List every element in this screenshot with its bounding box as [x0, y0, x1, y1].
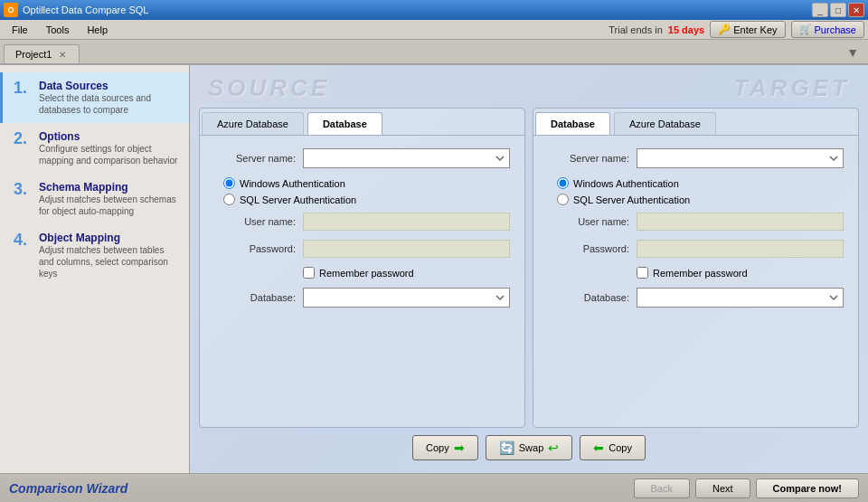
project-tab[interactable]: Project1 ✕ — [4, 44, 80, 63]
swap-icon-2: ↩ — [548, 440, 559, 455]
sidebar-item-data-sources[interactable]: 1. Data Sources Select the data sources … — [0, 72, 189, 123]
target-username-input[interactable] — [637, 213, 844, 231]
target-database-label: Database: — [548, 292, 629, 303]
target-password-row: Password: — [548, 240, 844, 258]
target-label: TARGET — [733, 74, 850, 102]
db-labels: SOURCE TARGET — [199, 74, 859, 102]
swap-icon: 🔄 — [499, 440, 514, 455]
source-sql-auth-row: SQL Server Authentication — [223, 194, 510, 205]
trial-days: 15 days — [668, 24, 704, 35]
target-panel-tabs: Database Azure Database — [533, 109, 858, 136]
tab-bar: Project1 ✕ ▼ — [0, 40, 868, 65]
step-title-4: Object Mapping — [39, 232, 178, 244]
step-title-2: Options — [39, 130, 178, 143]
close-button[interactable]: ✕ — [848, 3, 864, 17]
bottom-bar: Comparison Wizard Back Next Compare now! — [0, 473, 868, 502]
copy-left-label: Copy — [609, 442, 632, 453]
source-sql-auth-label[interactable]: SQL Server Authentication — [240, 194, 356, 205]
sidebar-item-schema-mapping[interactable]: 3. Schema Mapping Adjust matches between… — [0, 174, 189, 224]
source-username-label: User name: — [214, 216, 296, 227]
menu-bar: File Tools Help Trial ends in 15 days 🔑 … — [0, 20, 868, 40]
title-bar: O Optillect Data Compare SQL _ □ ✕ — [0, 0, 868, 20]
sidebar: 1. Data Sources Select the data sources … — [0, 65, 190, 473]
menu-help[interactable]: Help — [79, 22, 116, 38]
source-panel-content: Server name: Windows Authentication SQL — [200, 136, 524, 329]
sidebar-item-object-mapping[interactable]: 4. Object Mapping Adjust matches between… — [0, 224, 189, 287]
main-container: 1. Data Sources Select the data sources … — [0, 65, 868, 473]
target-windows-auth-radio[interactable] — [557, 177, 569, 189]
target-password-input[interactable] — [637, 240, 844, 258]
target-tab-azure[interactable]: Azure Database — [614, 112, 716, 135]
trial-text: Trial ends in — [609, 24, 663, 35]
step-title-3: Schema Mapping — [39, 181, 178, 194]
source-windows-auth-label[interactable]: Windows Authentication — [240, 178, 345, 189]
source-remember-checkbox[interactable] — [303, 267, 315, 279]
source-server-label: Server name: — [214, 153, 296, 164]
source-sql-auth-radio[interactable] — [223, 194, 235, 205]
target-sql-auth-label[interactable]: SQL Server Authentication — [573, 194, 690, 205]
menu-file[interactable]: File — [4, 22, 36, 38]
source-server-select[interactable] — [303, 148, 510, 168]
app-title: Optillect Data Compare SQL — [23, 5, 812, 15]
target-server-select[interactable] — [637, 148, 844, 168]
step-number-2: 2. — [14, 130, 32, 147]
minimize-button[interactable]: _ — [812, 3, 828, 17]
maximize-button[interactable]: □ — [830, 3, 846, 17]
menu-items: File Tools Help — [4, 22, 116, 38]
swap-label: Swap — [519, 442, 544, 453]
tab-dropdown[interactable]: ▼ — [843, 42, 863, 63]
step-number-1: 1. — [14, 80, 32, 96]
source-username-input[interactable] — [303, 213, 510, 231]
arrow-right-icon: ➡ — [454, 440, 465, 455]
target-server-row: Server name: — [548, 148, 844, 168]
copy-right-button[interactable]: Copy ➡ — [412, 435, 478, 460]
source-tab-azure[interactable]: Azure Database — [202, 112, 304, 135]
target-panel-content: Server name: Windows Authentication SQL — [533, 136, 858, 329]
source-remember-row: Remember password — [303, 267, 510, 279]
target-windows-auth-label[interactable]: Windows Authentication — [573, 178, 679, 189]
compare-button[interactable]: Compare now! — [756, 478, 859, 498]
target-username-row: User name: — [548, 213, 844, 231]
next-button[interactable]: Next — [695, 478, 750, 498]
target-database-select[interactable] — [637, 288, 844, 308]
arrow-left-icon: ⬅ — [593, 440, 604, 455]
cart-icon: 🛒 — [799, 24, 812, 35]
step-desc-1: Select the data sources and databases to… — [39, 92, 178, 116]
target-sql-auth-radio[interactable] — [557, 194, 569, 205]
trial-info: Trial ends in 15 days 🔑 Enter Key 🛒 Purc… — [609, 21, 864, 38]
sidebar-item-options[interactable]: 2. Options Configure settings for object… — [0, 123, 189, 174]
target-tab-database[interactable]: Database — [535, 112, 610, 135]
comparison-wizard-title: Comparison Wizard — [9, 481, 127, 496]
source-password-label: Password: — [214, 243, 296, 254]
step-desc-2: Configure settings for object mapping an… — [39, 143, 178, 166]
menu-tools[interactable]: Tools — [38, 22, 78, 38]
tab-label: Project1 — [15, 49, 52, 60]
source-database-label: Database: — [214, 292, 296, 303]
source-password-input[interactable] — [303, 240, 510, 258]
content-area: SOURCE TARGET Azure Database Database Se… — [190, 65, 868, 473]
back-button[interactable]: Back — [634, 478, 690, 498]
tab-close-button[interactable]: ✕ — [57, 49, 68, 60]
target-remember-label[interactable]: Remember password — [653, 268, 748, 279]
target-auth-group: Windows Authentication SQL Server Authen… — [548, 177, 844, 205]
action-buttons: Copy ➡ 🔄 Swap ↩ ⬅ Copy — [199, 428, 859, 464]
key-icon: 🔑 — [718, 24, 731, 35]
source-windows-auth-radio[interactable] — [223, 177, 235, 189]
target-server-label: Server name: — [548, 153, 629, 164]
step-title-1: Data Sources — [39, 80, 178, 92]
source-server-row: Server name: — [214, 148, 510, 168]
target-remember-checkbox[interactable] — [637, 267, 648, 279]
source-remember-label[interactable]: Remember password — [319, 268, 414, 279]
source-tab-database[interactable]: Database — [307, 112, 382, 135]
step-desc-4: Adjust matches between tables and column… — [39, 244, 178, 279]
window-controls: _ □ ✕ — [812, 3, 864, 17]
source-label: SOURCE — [208, 74, 330, 102]
target-windows-auth-row: Windows Authentication — [557, 177, 844, 189]
swap-button[interactable]: 🔄 Swap ↩ — [486, 435, 573, 460]
enter-key-button[interactable]: 🔑 Enter Key — [710, 21, 785, 38]
target-password-label: Password: — [548, 243, 629, 254]
copy-left-button[interactable]: ⬅ Copy — [580, 435, 646, 460]
purchase-button[interactable]: 🛒 Purchase — [791, 21, 864, 38]
bottom-buttons: Back Next Compare now! — [634, 478, 860, 498]
source-database-select[interactable] — [303, 288, 510, 308]
